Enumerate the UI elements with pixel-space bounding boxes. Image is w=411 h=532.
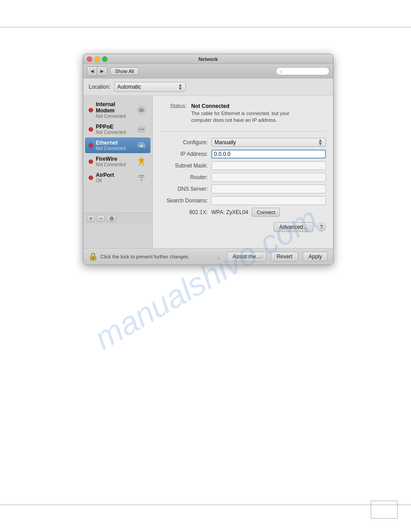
airport-icon	[136, 172, 147, 183]
dns-server-label: DNS Server:	[160, 186, 211, 192]
sidebar-item-firewire[interactable]: FireWire Not Connected	[85, 154, 150, 169]
location-arrows: ▲ ▼	[178, 83, 183, 90]
help-button[interactable]: ?	[317, 223, 326, 232]
ethernet-name: Ethernet	[96, 140, 133, 146]
lock-text: Click the lock to prevent further change…	[100, 254, 189, 259]
search-domains-label: Search Domains:	[160, 197, 211, 204]
main-content: Internal Modem Not Connected ☎ PPPoE Not…	[83, 96, 333, 248]
status-label: Status:	[160, 102, 191, 110]
ip-address-field	[211, 150, 326, 159]
bottom-buttons: Advanced... ?	[160, 222, 326, 232]
svg-line-14	[143, 163, 144, 166]
back-button[interactable]: ◀	[87, 67, 97, 76]
dns-server-row: DNS Server:	[160, 184, 326, 193]
configure-field: Manually ▲ ▼	[211, 138, 326, 147]
search-field[interactable]: ⌕	[276, 67, 330, 75]
ethernet-icon	[136, 140, 147, 151]
connect-button[interactable]: Connect	[252, 208, 280, 217]
airport-name: AirPort	[96, 172, 133, 178]
status-value: Not Connected	[191, 102, 290, 110]
subnet-mask-row: Subnet Mask:	[160, 161, 326, 170]
assist-button[interactable]: Assist me...	[227, 252, 266, 262]
lock-area: Click the lock to prevent further change…	[89, 252, 223, 261]
modem-status: Not Connected	[96, 114, 133, 119]
svg-text:☎: ☎	[138, 107, 145, 113]
configure-label: Configure:	[160, 139, 211, 146]
dot1x-value: WPA: ZyXEL04 Connect	[211, 208, 326, 217]
subnet-mask-input[interactable]	[211, 161, 326, 170]
svg-point-15	[141, 179, 142, 180]
router-input[interactable]	[211, 173, 326, 182]
svg-point-17	[92, 257, 94, 259]
sidebar-bottom: + − ⚙	[83, 213, 152, 224]
firewire-status: Not Connected	[96, 162, 133, 167]
status-dot-firewire	[89, 159, 93, 164]
remove-network-button[interactable]: −	[97, 215, 105, 222]
search-domains-input[interactable]	[211, 196, 326, 205]
location-dropdown[interactable]: Automatic ▲ ▼	[114, 82, 186, 92]
location-value: Automatic	[117, 84, 178, 90]
revert-button[interactable]: Revert	[271, 252, 298, 262]
pppoe-name: PPPoE	[96, 124, 133, 130]
dns-server-field	[211, 184, 326, 193]
search-domains-row: Search Domains:	[160, 196, 326, 205]
configure-arrows: ▲ ▼	[318, 139, 323, 146]
window-title: Network	[198, 56, 218, 62]
ip-address-row: IP Address:	[160, 150, 326, 159]
nav-buttons: ◀ ▶	[87, 66, 107, 76]
apply-button[interactable]: Apply	[303, 252, 328, 262]
location-label: Location:	[89, 84, 111, 90]
show-all-button[interactable]: Show All	[110, 67, 139, 75]
pppoe-icon	[136, 124, 147, 135]
svg-marker-12	[138, 158, 145, 163]
sidebar-item-ethernet[interactable]: Ethernet Not Connected	[85, 137, 150, 153]
toolbar: ◀ ▶ Show All ⌕	[83, 64, 333, 78]
top-line	[0, 27, 411, 27]
status-row: Status: Not Connected The cable for Ethe…	[160, 102, 326, 124]
ethernet-status: Not Connected	[96, 146, 133, 151]
router-label: Router:	[160, 174, 211, 180]
dot1x-text: WPA: ZyXEL04	[211, 209, 248, 215]
close-button[interactable]	[87, 56, 92, 62]
search-icon: ⌕	[280, 69, 283, 73]
sidebar-item-pppoe[interactable]: PPPoE Not Connected	[85, 121, 150, 137]
status-dot-airport	[89, 176, 93, 180]
firewire-name: FireWire	[96, 156, 133, 162]
dns-server-input[interactable]	[211, 184, 326, 193]
bottom-line	[0, 505, 411, 505]
svg-line-13	[139, 163, 140, 166]
network-gear-button[interactable]: ⚙	[107, 215, 116, 222]
page-number-box	[371, 501, 398, 519]
configure-dropdown[interactable]: Manually ▲ ▼	[211, 138, 326, 147]
titlebar: Network	[83, 54, 333, 64]
traffic-lights	[87, 56, 107, 62]
modem-icon: ☎	[136, 105, 147, 116]
svg-rect-11	[140, 145, 143, 147]
lock-icon[interactable]	[89, 252, 98, 261]
configure-value: Manually	[214, 139, 318, 146]
search-domains-field	[211, 196, 326, 205]
svg-rect-2	[138, 127, 145, 132]
pppoe-status: Not Connected	[96, 130, 133, 135]
airport-status: Off	[96, 178, 133, 183]
subnet-mask-field	[211, 161, 326, 170]
status-dot-ethernet	[89, 143, 93, 148]
firewire-icon	[136, 156, 147, 167]
advanced-button[interactable]: Advanced...	[274, 222, 313, 232]
add-network-button[interactable]: +	[87, 215, 95, 222]
forward-button[interactable]: ▶	[97, 67, 107, 76]
sidebar-item-internal-modem[interactable]: Internal Modem Not Connected ☎	[85, 99, 150, 121]
status-section: Status: Not Connected The cable for Ethe…	[160, 102, 326, 132]
sidebar-spacer	[83, 186, 152, 213]
sidebar: Internal Modem Not Connected ☎ PPPoE Not…	[83, 96, 153, 248]
configure-row: Configure: Manually ▲ ▼	[160, 138, 326, 147]
router-field	[211, 173, 326, 182]
router-row: Router:	[160, 173, 326, 182]
minimize-button[interactable]	[94, 56, 100, 62]
zoom-button[interactable]	[102, 56, 107, 62]
sidebar-item-airport[interactable]: AirPort Off	[85, 170, 150, 185]
ip-address-input[interactable]	[211, 150, 326, 159]
dot1x-label: 802.1X:	[160, 209, 211, 215]
right-panel: Status: Not Connected The cable for Ethe…	[153, 96, 333, 248]
status-dot-modem	[89, 108, 93, 112]
